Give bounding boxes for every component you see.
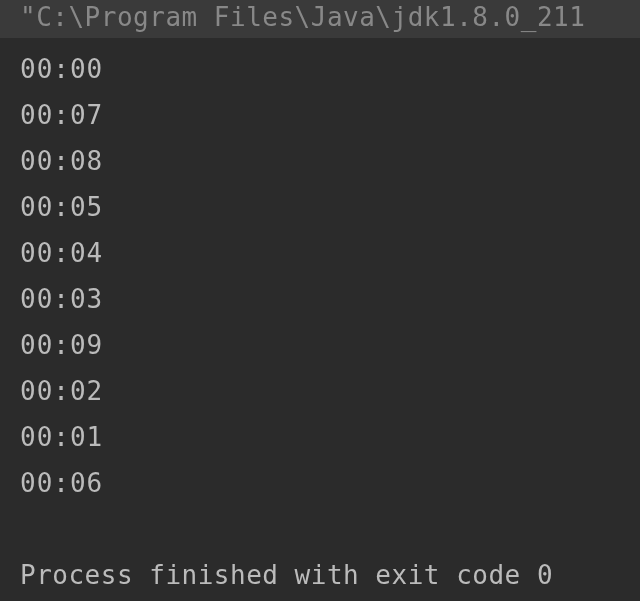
output-line: 00:00 <box>20 46 620 92</box>
output-line: 00:04 <box>20 230 620 276</box>
exit-message: Process finished with exit code 0 <box>20 552 620 598</box>
output-line: 00:03 <box>20 276 620 322</box>
command-line: "C:\Program Files\Java\jdk1.8.0_211 <box>0 0 640 38</box>
blank-line <box>20 506 620 552</box>
output-area: 00:00 00:07 00:08 00:05 00:04 00:03 00:0… <box>0 38 640 598</box>
console-panel: "C:\Program Files\Java\jdk1.8.0_211 00:0… <box>0 0 640 601</box>
output-line: 00:09 <box>20 322 620 368</box>
output-line: 00:05 <box>20 184 620 230</box>
output-line: 00:08 <box>20 138 620 184</box>
output-line: 00:02 <box>20 368 620 414</box>
output-line: 00:06 <box>20 460 620 506</box>
output-line: 00:01 <box>20 414 620 460</box>
output-line: 00:07 <box>20 92 620 138</box>
